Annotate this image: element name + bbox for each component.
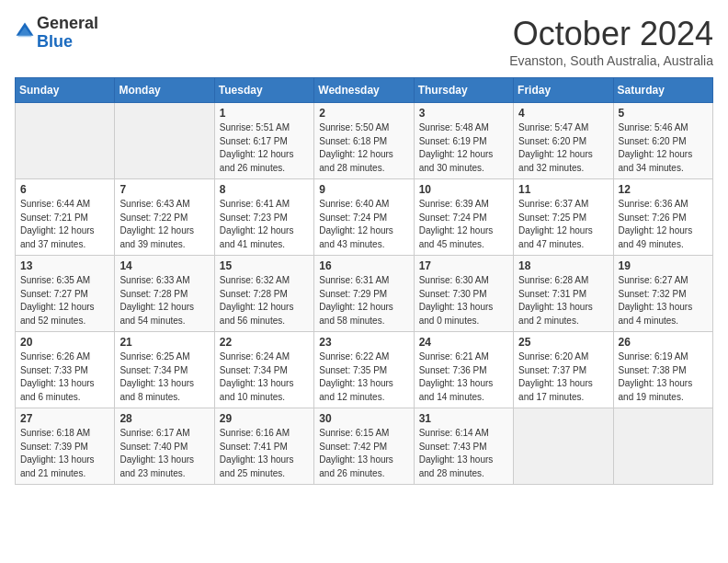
day-info: Sunrise: 5:47 AM Sunset: 6:20 PM Dayligh… bbox=[518, 121, 608, 175]
day-info: Sunrise: 6:15 AM Sunset: 7:42 PM Dayligh… bbox=[319, 427, 408, 480]
calendar-cell: 22Sunrise: 6:24 AM Sunset: 7:34 PM Dayli… bbox=[214, 332, 313, 408]
day-number: 16 bbox=[319, 259, 408, 272]
day-number: 12 bbox=[619, 183, 708, 196]
day-number: 17 bbox=[419, 259, 508, 272]
day-header-wednesday: Wednesday bbox=[314, 78, 414, 103]
calendar-cell bbox=[613, 408, 712, 485]
calendar-cell: 16Sunrise: 6:31 AM Sunset: 7:29 PM Dayli… bbox=[314, 256, 414, 332]
calendar-cell: 29Sunrise: 6:16 AM Sunset: 7:41 PM Dayli… bbox=[214, 408, 313, 485]
day-number: 14 bbox=[119, 259, 209, 272]
day-number: 24 bbox=[419, 336, 508, 349]
day-info: Sunrise: 5:46 AM Sunset: 6:20 PM Dayligh… bbox=[619, 121, 708, 175]
calendar-cell: 8Sunrise: 6:41 AM Sunset: 7:23 PM Daylig… bbox=[214, 179, 313, 256]
calendar-cell: 7Sunrise: 6:43 AM Sunset: 7:22 PM Daylig… bbox=[115, 179, 214, 256]
day-number: 28 bbox=[119, 412, 209, 425]
day-number: 6 bbox=[20, 183, 109, 196]
calendar-week-1: 1Sunrise: 5:51 AM Sunset: 6:17 PM Daylig… bbox=[16, 103, 713, 179]
day-number: 5 bbox=[619, 107, 708, 120]
day-info: Sunrise: 6:40 AM Sunset: 7:24 PM Dayligh… bbox=[319, 198, 408, 251]
logo-general-text: General bbox=[37, 14, 98, 32]
day-header-thursday: Thursday bbox=[414, 78, 513, 103]
day-info: Sunrise: 6:19 AM Sunset: 7:38 PM Dayligh… bbox=[619, 350, 708, 404]
day-info: Sunrise: 6:17 AM Sunset: 7:40 PM Dayligh… bbox=[119, 427, 209, 480]
day-info: Sunrise: 6:28 AM Sunset: 7:31 PM Dayligh… bbox=[518, 274, 608, 327]
calendar-cell: 18Sunrise: 6:28 AM Sunset: 7:31 PM Dayli… bbox=[514, 256, 613, 332]
day-info: Sunrise: 6:39 AM Sunset: 7:24 PM Dayligh… bbox=[419, 198, 508, 251]
calendar-header: SundayMondayTuesdayWednesdayThursdayFrid… bbox=[16, 78, 713, 103]
day-info: Sunrise: 6:24 AM Sunset: 7:34 PM Dayligh… bbox=[220, 350, 309, 404]
page-header: General Blue October 2024 Evanston, Sout… bbox=[15, 15, 713, 68]
day-number: 4 bbox=[518, 107, 608, 120]
calendar-cell: 17Sunrise: 6:30 AM Sunset: 7:30 PM Dayli… bbox=[414, 256, 513, 332]
day-info: Sunrise: 6:20 AM Sunset: 7:37 PM Dayligh… bbox=[518, 350, 608, 404]
calendar-cell: 13Sunrise: 6:35 AM Sunset: 7:27 PM Dayli… bbox=[16, 256, 115, 332]
day-number: 2 bbox=[319, 107, 408, 120]
day-info: Sunrise: 6:41 AM Sunset: 7:23 PM Dayligh… bbox=[220, 198, 309, 251]
day-number: 21 bbox=[119, 336, 209, 349]
day-info: Sunrise: 5:51 AM Sunset: 6:17 PM Dayligh… bbox=[220, 121, 309, 175]
calendar-cell: 15Sunrise: 6:32 AM Sunset: 7:28 PM Dayli… bbox=[214, 256, 313, 332]
day-number: 19 bbox=[619, 259, 708, 272]
calendar-cell: 20Sunrise: 6:26 AM Sunset: 7:33 PM Dayli… bbox=[16, 332, 115, 408]
calendar-cell: 6Sunrise: 6:44 AM Sunset: 7:21 PM Daylig… bbox=[16, 179, 115, 256]
calendar-cell: 3Sunrise: 5:48 AM Sunset: 6:19 PM Daylig… bbox=[414, 103, 513, 179]
day-number: 9 bbox=[319, 183, 408, 196]
calendar-week-5: 27Sunrise: 6:18 AM Sunset: 7:39 PM Dayli… bbox=[16, 408, 713, 485]
calendar-cell: 23Sunrise: 6:22 AM Sunset: 7:35 PM Dayli… bbox=[314, 332, 414, 408]
day-number: 25 bbox=[518, 336, 608, 349]
day-info: Sunrise: 6:37 AM Sunset: 7:25 PM Dayligh… bbox=[518, 198, 608, 251]
calendar-cell: 10Sunrise: 6:39 AM Sunset: 7:24 PM Dayli… bbox=[414, 179, 513, 256]
day-number: 13 bbox=[20, 259, 109, 272]
day-info: Sunrise: 6:33 AM Sunset: 7:28 PM Dayligh… bbox=[119, 274, 209, 327]
day-number: 3 bbox=[419, 107, 508, 120]
calendar-table: SundayMondayTuesdayWednesdayThursdayFrid… bbox=[15, 77, 713, 485]
day-info: Sunrise: 6:31 AM Sunset: 7:29 PM Dayligh… bbox=[319, 274, 408, 327]
calendar-cell: 28Sunrise: 6:17 AM Sunset: 7:40 PM Dayli… bbox=[115, 408, 214, 485]
calendar-cell bbox=[115, 103, 214, 179]
day-number: 30 bbox=[319, 412, 408, 425]
day-info: Sunrise: 6:32 AM Sunset: 7:28 PM Dayligh… bbox=[220, 274, 309, 327]
day-number: 31 bbox=[419, 412, 508, 425]
calendar-week-4: 20Sunrise: 6:26 AM Sunset: 7:33 PM Dayli… bbox=[16, 332, 713, 408]
day-info: Sunrise: 6:25 AM Sunset: 7:34 PM Dayligh… bbox=[119, 350, 209, 404]
calendar-cell: 5Sunrise: 5:46 AM Sunset: 6:20 PM Daylig… bbox=[613, 103, 712, 179]
calendar-cell bbox=[16, 103, 115, 179]
day-number: 15 bbox=[220, 259, 309, 272]
calendar-body: 1Sunrise: 5:51 AM Sunset: 6:17 PM Daylig… bbox=[16, 103, 713, 485]
day-header-tuesday: Tuesday bbox=[214, 78, 313, 103]
day-number: 26 bbox=[619, 336, 708, 349]
day-info: Sunrise: 6:36 AM Sunset: 7:26 PM Dayligh… bbox=[619, 198, 708, 251]
calendar-week-2: 6Sunrise: 6:44 AM Sunset: 7:21 PM Daylig… bbox=[16, 179, 713, 256]
calendar-cell: 21Sunrise: 6:25 AM Sunset: 7:34 PM Dayli… bbox=[115, 332, 214, 408]
day-number: 27 bbox=[20, 412, 109, 425]
calendar-cell bbox=[514, 408, 613, 485]
calendar-cell: 27Sunrise: 6:18 AM Sunset: 7:39 PM Dayli… bbox=[16, 408, 115, 485]
day-info: Sunrise: 6:27 AM Sunset: 7:32 PM Dayligh… bbox=[619, 274, 708, 327]
calendar-cell: 12Sunrise: 6:36 AM Sunset: 7:26 PM Dayli… bbox=[613, 179, 712, 256]
calendar-cell: 24Sunrise: 6:21 AM Sunset: 7:36 PM Dayli… bbox=[414, 332, 513, 408]
header-row: SundayMondayTuesdayWednesdayThursdayFrid… bbox=[16, 78, 713, 103]
day-info: Sunrise: 6:21 AM Sunset: 7:36 PM Dayligh… bbox=[419, 350, 508, 404]
day-number: 8 bbox=[220, 183, 309, 196]
day-info: Sunrise: 6:22 AM Sunset: 7:35 PM Dayligh… bbox=[319, 350, 408, 404]
day-header-saturday: Saturday bbox=[613, 78, 712, 103]
day-number: 20 bbox=[20, 336, 109, 349]
day-info: Sunrise: 6:18 AM Sunset: 7:39 PM Dayligh… bbox=[20, 427, 109, 480]
day-number: 7 bbox=[119, 183, 209, 196]
day-header-monday: Monday bbox=[115, 78, 214, 103]
calendar-cell: 26Sunrise: 6:19 AM Sunset: 7:38 PM Dayli… bbox=[613, 332, 712, 408]
day-info: Sunrise: 6:16 AM Sunset: 7:41 PM Dayligh… bbox=[220, 427, 309, 480]
calendar-cell: 2Sunrise: 5:50 AM Sunset: 6:18 PM Daylig… bbox=[314, 103, 414, 179]
calendar-cell: 30Sunrise: 6:15 AM Sunset: 7:42 PM Dayli… bbox=[314, 408, 414, 485]
day-number: 1 bbox=[220, 107, 309, 120]
logo-blue-text: Blue bbox=[37, 32, 73, 51]
logo-icon bbox=[15, 21, 35, 41]
day-number: 11 bbox=[518, 183, 608, 196]
day-info: Sunrise: 6:43 AM Sunset: 7:22 PM Dayligh… bbox=[119, 198, 209, 251]
calendar-cell: 14Sunrise: 6:33 AM Sunset: 7:28 PM Dayli… bbox=[115, 256, 214, 332]
day-info: Sunrise: 6:44 AM Sunset: 7:21 PM Dayligh… bbox=[20, 198, 109, 251]
calendar-cell: 11Sunrise: 6:37 AM Sunset: 7:25 PM Dayli… bbox=[514, 179, 613, 256]
day-info: Sunrise: 6:30 AM Sunset: 7:30 PM Dayligh… bbox=[419, 274, 508, 327]
month-title: October 2024 bbox=[509, 15, 713, 53]
calendar-week-3: 13Sunrise: 6:35 AM Sunset: 7:27 PM Dayli… bbox=[16, 256, 713, 332]
